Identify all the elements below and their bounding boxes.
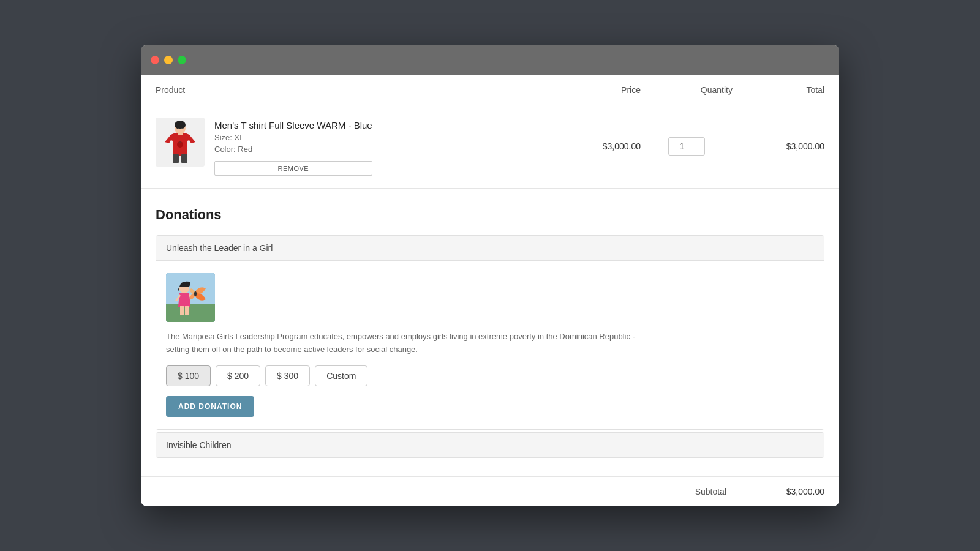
subtotal-value: $3,000.00 xyxy=(763,487,824,497)
donation-card-1-body: The Mariposa Girls Leadership Program ed… xyxy=(156,261,824,430)
svg-point-7 xyxy=(181,128,183,129)
amount-200-button[interactable]: $ 200 xyxy=(216,365,260,386)
svg-rect-13 xyxy=(180,306,184,315)
svg-rect-4 xyxy=(178,132,183,135)
close-button[interactable] xyxy=(151,56,159,64)
donation-image-1 xyxy=(166,273,215,322)
svg-rect-11 xyxy=(166,304,215,322)
product-name: Men's T shirt Full Sleeve WARM - Blue xyxy=(214,120,372,130)
remove-button[interactable]: REMOVE xyxy=(214,161,372,176)
cart-header: Product Price Quantity Total xyxy=(141,75,839,105)
product-size: Size: XL xyxy=(214,133,372,142)
header-price: Price xyxy=(549,85,641,95)
donation-card-1-header[interactable]: Unleash the Leader in a Girl xyxy=(156,236,824,261)
amount-custom-button[interactable]: Custom xyxy=(315,365,368,386)
svg-rect-10 xyxy=(166,273,215,304)
donations-section: Donations Unleash the Leader in a Girl xyxy=(141,189,839,477)
header-total: Total xyxy=(733,85,824,95)
svg-rect-3 xyxy=(181,154,187,163)
header-quantity: Quantity xyxy=(641,85,733,95)
quantity-input[interactable] xyxy=(668,137,705,156)
donations-title: Donations xyxy=(156,207,824,223)
product-image xyxy=(156,118,205,167)
add-donation-button[interactable]: ADD DONATION xyxy=(166,396,254,417)
subtotal-bar: Subtotal $3,000.00 xyxy=(141,476,839,506)
product-color: Color: Red xyxy=(214,144,372,154)
svg-rect-14 xyxy=(185,306,189,315)
donation-amounts-1: $ 100 $ 200 $ 300 Custom xyxy=(166,365,814,386)
maximize-button[interactable] xyxy=(178,56,186,64)
app-window: Product Price Quantity Total xyxy=(141,45,839,507)
svg-point-15 xyxy=(194,291,197,296)
minimize-button[interactable] xyxy=(164,56,173,64)
donation-description-1: The Mariposa Girls Leadership Program ed… xyxy=(166,331,656,356)
product-details: Men's T shirt Full Sleeve WARM - Blue Si… xyxy=(214,118,372,176)
donation-card-1: Unleash the Leader in a Girl xyxy=(156,235,824,430)
donation-card-2: Invisible Children xyxy=(156,432,824,458)
header-product: Product xyxy=(156,85,549,95)
subtotal-label: Subtotal xyxy=(695,487,726,497)
svg-rect-2 xyxy=(173,154,179,163)
amount-100-button[interactable]: $ 100 xyxy=(166,365,211,386)
item-info: Men's T shirt Full Sleeve WARM - Blue Si… xyxy=(156,118,549,176)
quantity-col xyxy=(641,137,733,156)
item-total: $3,000.00 xyxy=(733,141,824,151)
page-content: Product Price Quantity Total xyxy=(141,75,839,507)
svg-point-5 xyxy=(175,121,186,129)
cart-item: Men's T shirt Full Sleeve WARM - Blue Si… xyxy=(141,105,839,189)
titlebar xyxy=(141,45,839,75)
amount-300-button[interactable]: $ 300 xyxy=(265,365,310,386)
item-price: $3,000.00 xyxy=(549,141,641,151)
donation-card-2-header[interactable]: Invisible Children xyxy=(156,433,824,457)
svg-point-6 xyxy=(178,128,179,129)
